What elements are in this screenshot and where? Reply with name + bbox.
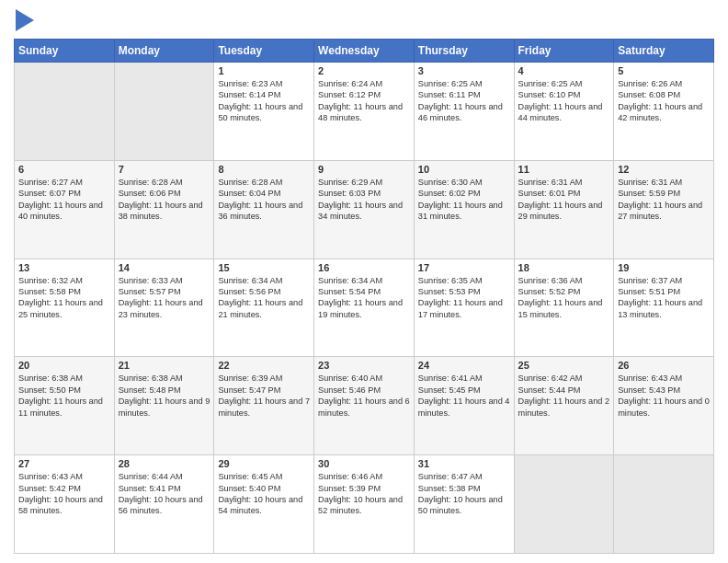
calendar-cell	[15, 63, 115, 161]
cell-info: Sunrise: 6:31 AM Sunset: 6:01 PM Dayligh…	[518, 177, 610, 223]
calendar-cell: 10Sunrise: 6:30 AM Sunset: 6:02 PM Dayli…	[414, 160, 514, 259]
day-number: 11	[518, 164, 610, 175]
cell-info: Sunrise: 6:33 AM Sunset: 5:57 PM Dayligh…	[119, 275, 210, 321]
weekday-header-saturday: Saturday	[614, 40, 714, 63]
calendar-cell	[114, 63, 214, 161]
cell-info: Sunrise: 6:47 AM Sunset: 5:38 PM Dayligh…	[418, 471, 510, 517]
cell-info: Sunrise: 6:38 AM Sunset: 5:48 PM Dayligh…	[119, 373, 210, 419]
day-number: 18	[518, 262, 610, 273]
cell-info: Sunrise: 6:36 AM Sunset: 5:52 PM Dayligh…	[518, 275, 610, 321]
svg-marker-0	[16, 9, 34, 31]
day-number: 5	[618, 65, 710, 76]
week-row-2: 6Sunrise: 6:27 AM Sunset: 6:07 PM Daylig…	[15, 160, 714, 259]
calendar-cell: 7Sunrise: 6:28 AM Sunset: 6:06 PM Daylig…	[114, 160, 214, 259]
calendar-cell: 14Sunrise: 6:33 AM Sunset: 5:57 PM Dayli…	[114, 259, 214, 357]
weekday-header-friday: Friday	[514, 40, 614, 63]
day-number: 7	[119, 164, 210, 175]
cell-info: Sunrise: 6:46 AM Sunset: 5:39 PM Dayligh…	[318, 471, 410, 517]
day-number: 28	[119, 458, 210, 469]
calendar-cell	[614, 455, 714, 554]
cell-info: Sunrise: 6:24 AM Sunset: 6:12 PM Dayligh…	[318, 78, 410, 124]
calendar-cell: 27Sunrise: 6:43 AM Sunset: 5:42 PM Dayli…	[15, 455, 115, 554]
day-number: 25	[518, 360, 610, 371]
cell-info: Sunrise: 6:38 AM Sunset: 5:50 PM Dayligh…	[18, 373, 110, 419]
calendar-cell: 3Sunrise: 6:25 AM Sunset: 6:11 PM Daylig…	[414, 63, 514, 161]
week-row-1: 1Sunrise: 6:23 AM Sunset: 6:14 PM Daylig…	[15, 63, 714, 161]
calendar-cell: 8Sunrise: 6:28 AM Sunset: 6:04 PM Daylig…	[214, 160, 314, 259]
cell-info: Sunrise: 6:25 AM Sunset: 6:11 PM Dayligh…	[418, 78, 510, 124]
day-number: 3	[418, 65, 510, 76]
calendar-cell: 23Sunrise: 6:40 AM Sunset: 5:46 PM Dayli…	[314, 357, 415, 455]
calendar-cell: 20Sunrise: 6:38 AM Sunset: 5:50 PM Dayli…	[15, 357, 115, 455]
cell-info: Sunrise: 6:25 AM Sunset: 6:10 PM Dayligh…	[518, 78, 610, 124]
cell-info: Sunrise: 6:31 AM Sunset: 5:59 PM Dayligh…	[618, 177, 710, 223]
calendar-cell: 9Sunrise: 6:29 AM Sunset: 6:03 PM Daylig…	[314, 160, 415, 259]
weekday-header-sunday: Sunday	[15, 40, 115, 63]
day-number: 16	[318, 262, 410, 273]
calendar-table: SundayMondayTuesdayWednesdayThursdayFrid…	[14, 39, 714, 554]
cell-info: Sunrise: 6:39 AM Sunset: 5:47 PM Dayligh…	[218, 373, 310, 419]
calendar-cell: 16Sunrise: 6:34 AM Sunset: 5:54 PM Dayli…	[314, 259, 415, 357]
cell-info: Sunrise: 6:43 AM Sunset: 5:43 PM Dayligh…	[618, 373, 710, 419]
calendar-cell: 6Sunrise: 6:27 AM Sunset: 6:07 PM Daylig…	[15, 160, 115, 259]
cell-info: Sunrise: 6:28 AM Sunset: 6:06 PM Dayligh…	[119, 177, 210, 223]
cell-info: Sunrise: 6:29 AM Sunset: 6:03 PM Dayligh…	[318, 177, 410, 223]
day-number: 30	[318, 458, 410, 469]
day-number: 10	[418, 164, 510, 175]
calendar-cell: 31Sunrise: 6:47 AM Sunset: 5:38 PM Dayli…	[414, 455, 514, 554]
weekday-header-monday: Monday	[114, 40, 214, 63]
day-number: 26	[618, 360, 710, 371]
day-number: 31	[418, 458, 510, 469]
calendar-cell: 30Sunrise: 6:46 AM Sunset: 5:39 PM Dayli…	[314, 455, 415, 554]
cell-info: Sunrise: 6:40 AM Sunset: 5:46 PM Dayligh…	[318, 373, 410, 419]
cell-info: Sunrise: 6:26 AM Sunset: 6:08 PM Dayligh…	[618, 78, 710, 124]
calendar-cell: 2Sunrise: 6:24 AM Sunset: 6:12 PM Daylig…	[314, 63, 415, 161]
day-number: 20	[18, 360, 110, 371]
cell-info: Sunrise: 6:34 AM Sunset: 5:54 PM Dayligh…	[318, 275, 410, 321]
day-number: 9	[318, 164, 410, 175]
week-row-3: 13Sunrise: 6:32 AM Sunset: 5:58 PM Dayli…	[15, 259, 714, 357]
calendar-cell	[514, 455, 614, 554]
calendar-cell: 25Sunrise: 6:42 AM Sunset: 5:44 PM Dayli…	[514, 357, 614, 455]
cell-info: Sunrise: 6:37 AM Sunset: 5:51 PM Dayligh…	[618, 275, 710, 321]
cell-info: Sunrise: 6:27 AM Sunset: 6:07 PM Dayligh…	[18, 177, 110, 223]
day-number: 24	[418, 360, 510, 371]
cell-info: Sunrise: 6:34 AM Sunset: 5:56 PM Dayligh…	[218, 275, 310, 321]
day-number: 22	[218, 360, 310, 371]
calendar-cell: 12Sunrise: 6:31 AM Sunset: 5:59 PM Dayli…	[614, 160, 714, 259]
day-number: 14	[119, 262, 210, 273]
cell-info: Sunrise: 6:42 AM Sunset: 5:44 PM Dayligh…	[518, 373, 610, 419]
calendar-cell: 17Sunrise: 6:35 AM Sunset: 5:53 PM Dayli…	[414, 259, 514, 357]
day-number: 23	[318, 360, 410, 371]
calendar-cell: 1Sunrise: 6:23 AM Sunset: 6:14 PM Daylig…	[214, 63, 314, 161]
cell-info: Sunrise: 6:43 AM Sunset: 5:42 PM Dayligh…	[18, 471, 110, 517]
day-number: 27	[18, 458, 110, 469]
calendar-cell: 26Sunrise: 6:43 AM Sunset: 5:43 PM Dayli…	[614, 357, 714, 455]
calendar-cell: 19Sunrise: 6:37 AM Sunset: 5:51 PM Dayli…	[614, 259, 714, 357]
calendar-cell: 5Sunrise: 6:26 AM Sunset: 6:08 PM Daylig…	[614, 63, 714, 161]
day-number: 4	[518, 65, 610, 76]
day-number: 12	[618, 164, 710, 175]
day-number: 6	[18, 164, 110, 175]
logo-icon	[16, 9, 34, 31]
weekday-header-tuesday: Tuesday	[214, 40, 314, 63]
day-number: 19	[618, 262, 710, 273]
cell-info: Sunrise: 6:32 AM Sunset: 5:58 PM Dayligh…	[18, 275, 110, 321]
day-number: 29	[218, 458, 310, 469]
calendar-cell: 24Sunrise: 6:41 AM Sunset: 5:45 PM Dayli…	[414, 357, 514, 455]
day-number: 1	[218, 65, 310, 76]
cell-info: Sunrise: 6:35 AM Sunset: 5:53 PM Dayligh…	[418, 275, 510, 321]
day-number: 13	[18, 262, 110, 273]
cell-info: Sunrise: 6:44 AM Sunset: 5:41 PM Dayligh…	[119, 471, 210, 517]
logo	[14, 9, 34, 31]
page: SundayMondayTuesdayWednesdayThursdayFrid…	[0, 0, 728, 563]
calendar-cell: 21Sunrise: 6:38 AM Sunset: 5:48 PM Dayli…	[114, 357, 214, 455]
calendar-cell: 13Sunrise: 6:32 AM Sunset: 5:58 PM Dayli…	[15, 259, 115, 357]
cell-info: Sunrise: 6:30 AM Sunset: 6:02 PM Dayligh…	[418, 177, 510, 223]
calendar-cell: 28Sunrise: 6:44 AM Sunset: 5:41 PM Dayli…	[114, 455, 214, 554]
calendar-cell: 4Sunrise: 6:25 AM Sunset: 6:10 PM Daylig…	[514, 63, 614, 161]
week-row-4: 20Sunrise: 6:38 AM Sunset: 5:50 PM Dayli…	[15, 357, 714, 455]
weekday-header-thursday: Thursday	[414, 40, 514, 63]
cell-info: Sunrise: 6:41 AM Sunset: 5:45 PM Dayligh…	[418, 373, 510, 419]
weekday-header-wednesday: Wednesday	[314, 40, 415, 63]
